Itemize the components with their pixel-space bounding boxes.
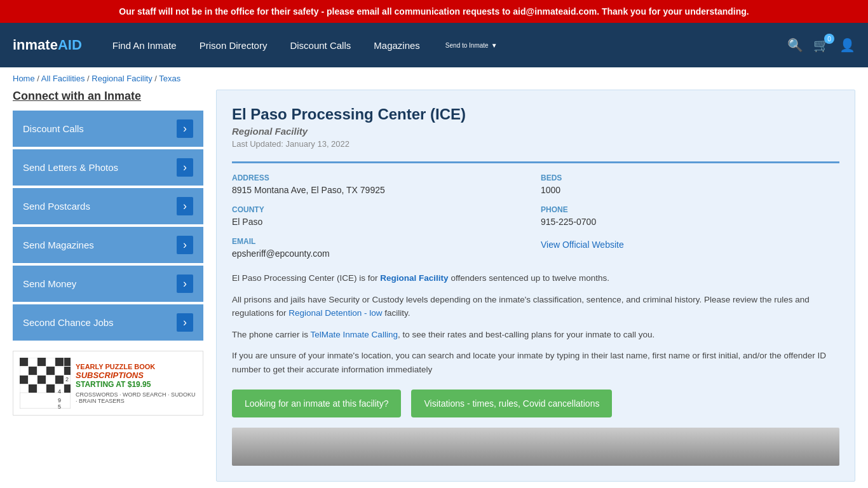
breadcrumb-regional-facility[interactable]: Regional Facility (92, 74, 152, 83)
svg-rect-1 (20, 358, 28, 366)
desc4: If you are unsure of your inmate's locat… (232, 349, 839, 376)
looking-for-inmate-btn[interactable]: Looking for an inmate at this facility? (232, 390, 401, 417)
desc3: The phone carrier is TelMate Inmate Call… (232, 328, 839, 342)
action-buttons: Looking for an inmate at this facility? … (232, 390, 839, 417)
last-updated: Last Updated: January 13, 2022 (232, 139, 839, 149)
arrow-icon: › (177, 197, 193, 215)
breadcrumb: Home / All Facilities / Regional Facilit… (0, 67, 868, 90)
logo[interactable]: inmateAID (13, 37, 82, 53)
address-block: ADDRESS 8915 Montana Ave, El Paso, TX 79… (232, 173, 531, 195)
nav-find-inmate[interactable]: Find An Inmate (112, 40, 177, 51)
svg-rect-19 (29, 384, 37, 393)
facility-content: El Paso Processing Center (ICE) Regional… (216, 90, 855, 482)
arrow-icon: › (177, 274, 193, 293)
desc2: All prisons and jails have Security or C… (232, 293, 839, 320)
sidebar: Connect with an Inmate Discount Calls › … (13, 90, 203, 482)
header-icons: 🔍 🛒 0 👤 (787, 37, 855, 53)
sidebar-send-money-btn[interactable]: Send Money › (13, 266, 203, 302)
svg-text:2: 2 (65, 376, 69, 383)
visitations-btn[interactable]: Visitations - times, rules, Covid cancel… (411, 390, 612, 417)
svg-rect-17 (55, 376, 64, 384)
facility-image (232, 428, 839, 466)
regional-facility-link[interactable]: Regional Facility (380, 273, 448, 283)
svg-text:9: 9 (58, 397, 61, 403)
official-website-link[interactable]: View Official Website (541, 240, 624, 250)
breadcrumb-texas[interactable]: Texas (159, 74, 180, 83)
svg-rect-5 (55, 358, 64, 366)
breadcrumb-home[interactable]: Home (13, 74, 35, 83)
arrow-icon: › (177, 158, 193, 177)
cart-icon[interactable]: 🛒 0 (813, 37, 829, 53)
puzzle-icon: 4 9 5 2 (20, 358, 71, 409)
svg-rect-6 (64, 358, 71, 366)
nav-send-to-inmate[interactable]: Send to Inmate ▼ (443, 42, 498, 49)
svg-rect-9 (37, 367, 46, 375)
svg-rect-10 (46, 367, 55, 375)
county-block: COUNTY El Paso (232, 205, 531, 227)
nav-magazines[interactable]: Magazines (374, 40, 420, 51)
svg-rect-15 (37, 376, 46, 384)
svg-text:4: 4 (58, 388, 61, 395)
svg-rect-13 (20, 376, 28, 384)
sidebar-second-chance-btn[interactable]: Second Chance Jobs › (13, 304, 203, 341)
arrow-icon: › (177, 313, 193, 332)
cart-badge: 0 (824, 34, 834, 44)
sidebar-send-letters-btn[interactable]: Send Letters & Photos › (13, 149, 203, 186)
facility-info-grid: ADDRESS 8915 Montana Ave, El Paso, TX 79… (232, 161, 839, 259)
breadcrumb-all-facilities[interactable]: All Facilities (41, 74, 85, 83)
user-icon[interactable]: 👤 (839, 37, 855, 53)
facility-type: Regional Facility (232, 126, 839, 137)
regional-detention-link[interactable]: Regional Detention - low (288, 308, 382, 318)
nav-prison-directory[interactable]: Prison Directory (200, 40, 268, 51)
alert-banner: Our staff will not be in the office for … (0, 0, 868, 23)
nav-discount-calls[interactable]: Discount Calls (290, 40, 351, 51)
svg-rect-12 (64, 367, 71, 375)
dropdown-arrow-icon: ▼ (491, 42, 498, 49)
main-layout: Connect with an Inmate Discount Calls › … (0, 90, 868, 488)
search-icon[interactable]: 🔍 (787, 37, 803, 53)
arrow-icon: › (177, 119, 193, 138)
svg-text:5: 5 (58, 403, 61, 409)
svg-rect-8 (29, 367, 37, 375)
svg-rect-7 (20, 367, 28, 375)
facility-name: El Paso Processing Center (ICE) (232, 105, 839, 123)
email-block: EMAIL epsheriff@epcounty.com (232, 237, 531, 259)
svg-rect-4 (46, 358, 55, 366)
website-block: View Official Website (541, 237, 839, 259)
ad-box[interactable]: 4 9 5 2 YEARLY PUZZLE BOOK SUBSCRIPTIONS… (13, 351, 203, 416)
sidebar-send-postcards-btn[interactable]: Send Postcards › (13, 188, 203, 224)
svg-rect-26 (64, 384, 71, 393)
phone-block: PHONE 915-225-0700 (541, 205, 839, 227)
svg-rect-16 (46, 376, 55, 384)
svg-rect-14 (29, 376, 37, 384)
svg-rect-18 (20, 384, 28, 393)
ad-text: YEARLY PUZZLE BOOK SUBSCRIPTIONS STARTIN… (76, 363, 196, 404)
sidebar-discount-calls-btn[interactable]: Discount Calls › (13, 111, 203, 147)
sidebar-send-magazines-btn[interactable]: Send Magazines › (13, 227, 203, 263)
svg-rect-21 (46, 384, 55, 393)
main-nav: Find An Inmate Prison Directory Discount… (101, 40, 787, 51)
svg-rect-20 (37, 384, 46, 393)
connect-title: Connect with an Inmate (13, 90, 203, 103)
header: inmateAID Find An Inmate Prison Director… (0, 23, 868, 67)
beds-block: BEDS 1000 (541, 173, 839, 195)
svg-rect-3 (37, 358, 46, 366)
svg-rect-2 (29, 358, 37, 366)
telmate-link[interactable]: TelMate Inmate Calling (311, 330, 398, 339)
svg-rect-11 (55, 367, 64, 375)
arrow-icon: › (177, 236, 193, 254)
desc1: El Paso Processing Center (ICE) is for R… (232, 271, 839, 285)
